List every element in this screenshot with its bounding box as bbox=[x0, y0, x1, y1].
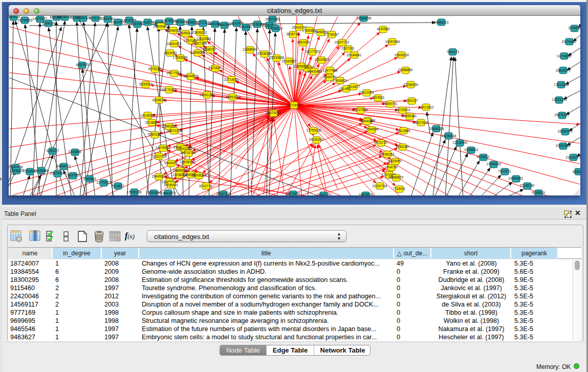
svg-text:21433273: 21433273 bbox=[566, 156, 580, 159]
svg-text:6099754: 6099754 bbox=[323, 75, 337, 79]
svg-text:28886872: 28886872 bbox=[389, 176, 404, 179]
svg-text:18841570: 18841570 bbox=[161, 191, 176, 195]
svg-text:5339937: 5339937 bbox=[139, 82, 153, 86]
svg-text:17613348: 17613348 bbox=[554, 83, 569, 86]
svg-text:27739257: 27739257 bbox=[324, 33, 339, 36]
svg-text:14476944: 14476944 bbox=[156, 146, 170, 149]
svg-text:17565588: 17565588 bbox=[173, 56, 188, 59]
svg-text:24702740: 24702740 bbox=[181, 151, 196, 155]
svg-text:16072228: 16072228 bbox=[167, 129, 182, 133]
svg-text:8829459: 8829459 bbox=[388, 159, 402, 163]
svg-text:15347616: 15347616 bbox=[216, 192, 231, 195]
svg-text:6582326: 6582326 bbox=[148, 133, 161, 136]
svg-text:26405433: 26405433 bbox=[308, 70, 322, 73]
svg-text:5154104: 5154104 bbox=[42, 21, 55, 25]
svg-text:6064065: 6064065 bbox=[360, 119, 374, 123]
svg-text:12643564: 12643564 bbox=[197, 37, 211, 40]
svg-text:7064171: 7064171 bbox=[446, 50, 460, 54]
svg-text:24454361: 24454361 bbox=[509, 177, 524, 180]
svg-text:17406879: 17406879 bbox=[333, 79, 347, 82]
svg-text:6076731: 6076731 bbox=[374, 141, 387, 144]
svg-text:15445909: 15445909 bbox=[152, 174, 167, 178]
svg-text:20767704: 20767704 bbox=[373, 184, 387, 188]
svg-text:18724007: 18724007 bbox=[287, 103, 302, 107]
svg-text:24894472: 24894472 bbox=[56, 164, 71, 168]
svg-text:8783180: 8783180 bbox=[396, 145, 409, 148]
svg-text:10661588: 10661588 bbox=[556, 144, 571, 147]
svg-text:15953222: 15953222 bbox=[226, 95, 241, 99]
svg-text:3106848: 3106848 bbox=[68, 150, 81, 154]
svg-text:13945012: 13945012 bbox=[178, 31, 193, 35]
svg-text:23858526: 23858526 bbox=[294, 64, 309, 68]
svg-text:6638767: 6638767 bbox=[203, 48, 216, 51]
svg-text:11527619: 11527619 bbox=[413, 121, 428, 124]
svg-text:20648195: 20648195 bbox=[429, 127, 444, 130]
svg-text:4269227: 4269227 bbox=[46, 149, 59, 152]
svg-text:24538166: 24538166 bbox=[257, 52, 272, 55]
svg-text:24388850: 24388850 bbox=[398, 68, 413, 72]
svg-text:23830434: 23830434 bbox=[146, 191, 161, 194]
svg-text:28579219: 28579219 bbox=[266, 111, 281, 115]
svg-text:14935038: 14935038 bbox=[180, 160, 195, 164]
svg-text:17656906: 17656906 bbox=[127, 190, 142, 194]
svg-text:16491923: 16491923 bbox=[167, 42, 182, 46]
svg-text:23096153: 23096153 bbox=[380, 152, 395, 156]
svg-text:25476122: 25476122 bbox=[555, 113, 570, 117]
svg-text:14118095: 14118095 bbox=[140, 114, 155, 117]
svg-text:12525131: 12525131 bbox=[552, 98, 567, 101]
svg-text:1404769: 1404769 bbox=[384, 165, 398, 169]
svg-text:2999883: 2999883 bbox=[83, 177, 96, 181]
svg-text:10322734: 10322734 bbox=[152, 155, 167, 158]
svg-text:13038362: 13038362 bbox=[172, 173, 187, 177]
svg-text:4457975: 4457975 bbox=[76, 63, 89, 67]
svg-text:26654741: 26654741 bbox=[383, 102, 398, 105]
svg-text:12750036: 12750036 bbox=[307, 128, 321, 132]
svg-text:29184641: 29184641 bbox=[347, 53, 362, 57]
svg-text:20515263: 20515263 bbox=[266, 17, 280, 21]
svg-text:12412612: 12412612 bbox=[419, 105, 434, 109]
svg-text:23421603: 23421603 bbox=[359, 91, 374, 94]
svg-text:16908100: 16908100 bbox=[395, 53, 409, 57]
svg-text:7118411: 7118411 bbox=[393, 187, 406, 190]
svg-text:9190519: 9190519 bbox=[532, 191, 545, 194]
svg-text:2315577: 2315577 bbox=[347, 85, 360, 89]
svg-text:23436262: 23436262 bbox=[192, 31, 207, 34]
svg-text:28459381: 28459381 bbox=[402, 114, 417, 118]
svg-text:3784504: 3784504 bbox=[365, 127, 379, 131]
svg-text:3181037: 3181037 bbox=[405, 99, 418, 102]
svg-text:4961630: 4961630 bbox=[297, 40, 310, 44]
svg-text:23908384: 23908384 bbox=[192, 173, 207, 177]
svg-text:26777621: 26777621 bbox=[167, 71, 182, 75]
svg-text:12477488: 12477488 bbox=[323, 69, 338, 72]
svg-text:3035728: 3035728 bbox=[286, 32, 299, 36]
svg-text:27166740: 27166740 bbox=[520, 184, 535, 187]
svg-text:23884213: 23884213 bbox=[434, 20, 449, 24]
svg-text:21770515: 21770515 bbox=[97, 181, 112, 184]
svg-text:24330241: 24330241 bbox=[309, 138, 324, 141]
svg-text:7031971: 7031971 bbox=[498, 169, 511, 173]
svg-text:11388699: 11388699 bbox=[243, 48, 257, 51]
svg-text:25775363: 25775363 bbox=[162, 88, 177, 92]
svg-text:25533636: 25533636 bbox=[270, 56, 285, 59]
svg-text:20392657: 20392657 bbox=[282, 59, 297, 63]
svg-text:13495588: 13495588 bbox=[34, 169, 49, 172]
svg-text:8742735: 8742735 bbox=[199, 184, 212, 188]
svg-text:16623006: 16623006 bbox=[359, 193, 374, 195]
svg-text:2978182: 2978182 bbox=[148, 67, 161, 71]
svg-text:28384656: 28384656 bbox=[357, 16, 372, 20]
svg-text:11058511: 11058511 bbox=[464, 148, 478, 151]
svg-text:4140560: 4140560 bbox=[377, 27, 390, 31]
svg-text:3746598: 3746598 bbox=[568, 26, 580, 30]
svg-text:18177615: 18177615 bbox=[306, 50, 320, 53]
svg-text:16307710: 16307710 bbox=[335, 40, 350, 44]
svg-text:6912885: 6912885 bbox=[397, 129, 410, 133]
svg-text:8321837: 8321837 bbox=[208, 66, 222, 70]
svg-text:3703859: 3703859 bbox=[145, 121, 158, 124]
svg-text:9308575: 9308575 bbox=[152, 98, 165, 102]
svg-text:13765491: 13765491 bbox=[164, 183, 179, 187]
svg-text:19725914: 19725914 bbox=[396, 108, 410, 112]
svg-text:10644615: 10644615 bbox=[184, 74, 199, 78]
svg-text:20274461: 20274461 bbox=[562, 40, 577, 43]
svg-text:23285250: 23285250 bbox=[404, 83, 419, 86]
svg-text:14351230: 14351230 bbox=[200, 93, 214, 97]
